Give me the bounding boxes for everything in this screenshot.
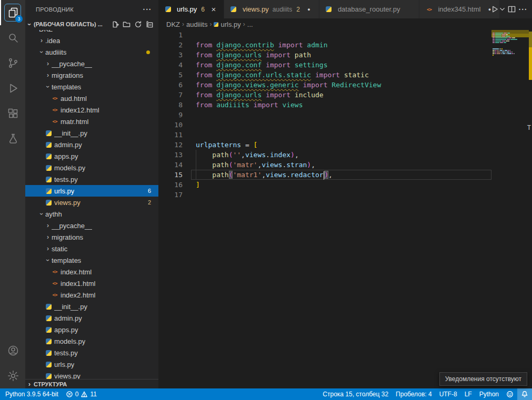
status-bar-right: Строка 15, столбец 32Пробелов: 4UTF-8LFP… xyxy=(317,388,532,400)
code-text[interactable]: from django.urls import include xyxy=(191,90,491,100)
html-icon: <> xyxy=(51,107,59,112)
tree-item-label: urls.py xyxy=(54,187,74,195)
breadcrumb-label: ... xyxy=(247,20,253,28)
code-text[interactable]: path('matr1',views.redactor), xyxy=(191,170,491,180)
tab-urls.py[interactable]: urls.py6× xyxy=(158,0,224,18)
code-editor[interactable]: 12from django.contrib import admin3from … xyxy=(158,30,491,388)
tree-item-urls.py[interactable]: urls.py xyxy=(25,358,158,370)
tree-item-templates[interactable]: ›templates xyxy=(25,81,158,93)
breadcrumb-item-urls.py[interactable]: urls.py xyxy=(214,20,240,28)
tree-item-matr.html[interactable]: <>matr.html xyxy=(25,116,158,127)
tree-item-admin.py[interactable]: admin.py xyxy=(25,312,158,324)
line-number: 15 xyxy=(158,170,191,180)
more-icon[interactable]: ··· xyxy=(142,4,153,15)
status-problems[interactable]: 011 xyxy=(62,388,101,400)
code-text[interactable]: urlpatterns = [ xyxy=(191,140,491,150)
status-indentation[interactable]: Пробелов: 4 xyxy=(392,388,436,400)
code-line-4: 4from django.conf import settings xyxy=(158,60,491,70)
breadcrumb-item-DKZ[interactable]: DKZ xyxy=(166,20,180,28)
code-text[interactable]: path('',views.index), xyxy=(191,150,491,160)
code-text[interactable] xyxy=(191,130,491,140)
activity-search[interactable] xyxy=(0,25,25,50)
tree-item-apps.py[interactable]: apps.py xyxy=(25,150,158,162)
code-text[interactable] xyxy=(191,110,491,120)
tree-item-admin.py[interactable]: admin.py xyxy=(25,139,158,150)
workspace-section-label: (РАБОЧАЯ ОБЛАСТЬ) ... xyxy=(34,21,109,27)
tree-item-__init__.py[interactable]: __init__.py xyxy=(25,301,158,312)
tree-item-views.py[interactable]: views.py2 xyxy=(25,197,158,208)
code-text[interactable] xyxy=(191,30,491,40)
activity-source-control[interactable] xyxy=(0,50,25,76)
activity-explorer[interactable]: 3 xyxy=(0,0,25,25)
tree-item-index.html[interactable]: <>index.html xyxy=(25,266,158,278)
activity-settings[interactable] xyxy=(0,363,25,388)
tree-item-models.py[interactable]: models.py xyxy=(25,335,158,347)
scrollbar[interactable] xyxy=(529,0,532,388)
code-text[interactable]: from django.urls import path xyxy=(191,50,491,60)
run-dropdown-button[interactable] xyxy=(498,3,506,16)
refresh-icon[interactable] xyxy=(132,18,144,30)
tree-item-audiiits[interactable]: ›audiiits xyxy=(25,46,158,58)
outline-section-header[interactable]: › СТРУКТУРА xyxy=(25,379,158,388)
tree-item-__pycache__[interactable]: ›__pycache__ xyxy=(25,220,158,231)
tree-item-static[interactable]: ›static xyxy=(25,243,158,254)
problems-badge: 2 xyxy=(148,199,151,206)
tree-item-views.py[interactable]: views.py xyxy=(25,370,158,379)
split-editor-button[interactable] xyxy=(506,3,517,16)
code-text[interactable]: from audiiits import views xyxy=(191,100,491,110)
status-python-interpreter[interactable]: Python 3.9.5 64-bit xyxy=(0,388,62,400)
chevron-down-icon: › xyxy=(38,210,45,218)
code-text[interactable]: from django.views.generic import Redirec… xyxy=(191,80,491,90)
code-text[interactable] xyxy=(191,120,491,130)
collapse-all-icon[interactable] xyxy=(144,18,155,30)
tree-item-__init__.py[interactable]: __init__.py xyxy=(25,127,158,139)
tree-item-label: matr.html xyxy=(61,118,88,126)
tree-item-__pycache__[interactable]: ›__pycache__ xyxy=(25,58,158,69)
code-text[interactable]: from django.conf import settings xyxy=(191,60,491,70)
tree-item-index1.html[interactable]: <>index1.html xyxy=(25,278,158,289)
new-file-icon[interactable] xyxy=(109,18,121,30)
python-icon xyxy=(44,153,53,159)
code-text[interactable]: from django.contrib import admin xyxy=(191,40,491,50)
chevron-right-icon: › xyxy=(38,37,45,44)
breadcrumb-item-audiiits[interactable]: audiiits xyxy=(186,20,207,28)
tree-item-templates[interactable]: ›templates xyxy=(25,254,158,266)
status-feedback[interactable] xyxy=(503,388,517,400)
tree-item-migrations[interactable]: ›migrations xyxy=(25,231,158,243)
breadcrumb-item-...[interactable]: ... xyxy=(247,20,253,28)
status-language-mode[interactable]: Python xyxy=(476,388,503,400)
new-folder-icon[interactable] xyxy=(121,18,132,30)
tree-item-index2.html[interactable]: <>index2.html xyxy=(25,289,158,301)
code-text[interactable]: ] xyxy=(191,180,491,190)
activity-testing[interactable] xyxy=(0,126,25,151)
tree-item-apps.py[interactable]: apps.py xyxy=(25,324,158,335)
tree-item-tests.py[interactable]: tests.py xyxy=(25,347,158,358)
tree-item-DKZ[interactable]: ›DKZ xyxy=(25,30,158,35)
tree-item-index12.html[interactable]: <>index12.html xyxy=(25,104,158,116)
activity-account[interactable] xyxy=(0,338,25,363)
tab-index345.html[interactable]: <>index345.html● xyxy=(419,0,500,18)
status-cursor-position[interactable]: Строка 15, столбец 32 xyxy=(317,388,392,400)
close-icon[interactable]: × xyxy=(209,5,218,14)
activity-extensions[interactable] xyxy=(0,101,25,126)
minimap[interactable] xyxy=(491,30,529,57)
status-notifications[interactable] xyxy=(517,388,532,400)
code-text[interactable]: from django.conf.urls.static import stat… xyxy=(191,70,491,80)
tree-item-models.py[interactable]: models.py xyxy=(25,162,158,173)
tree-item-migrations[interactable]: ›migrations xyxy=(25,69,158,81)
code-text[interactable]: path('matr',views.stran), xyxy=(191,160,491,170)
tree-item-aud.html[interactable]: <>aud.html xyxy=(25,93,158,104)
tab-views.py[interactable]: views.pyaudiiits2● xyxy=(224,0,319,18)
tab-database_roouter.py[interactable]: database_roouter.py xyxy=(319,0,420,18)
code-text[interactable] xyxy=(191,190,491,200)
activity-run-debug[interactable] xyxy=(0,76,25,101)
status-encoding[interactable]: UTF-8 xyxy=(436,388,461,400)
more-actions-button[interactable]: ··· xyxy=(517,3,529,16)
tree-item-.idea[interactable]: ›.idea xyxy=(25,35,158,46)
account-icon xyxy=(7,344,19,357)
status-eol[interactable]: LF xyxy=(461,388,476,400)
workspace-section-header[interactable]: › (РАБОЧАЯ ОБЛАСТЬ) ... xyxy=(25,18,158,30)
tree-item-aythh[interactable]: ›aythh xyxy=(25,208,158,220)
tree-item-urls.py[interactable]: urls.py6 xyxy=(25,185,158,197)
tree-item-tests.py[interactable]: tests.py xyxy=(25,173,158,185)
